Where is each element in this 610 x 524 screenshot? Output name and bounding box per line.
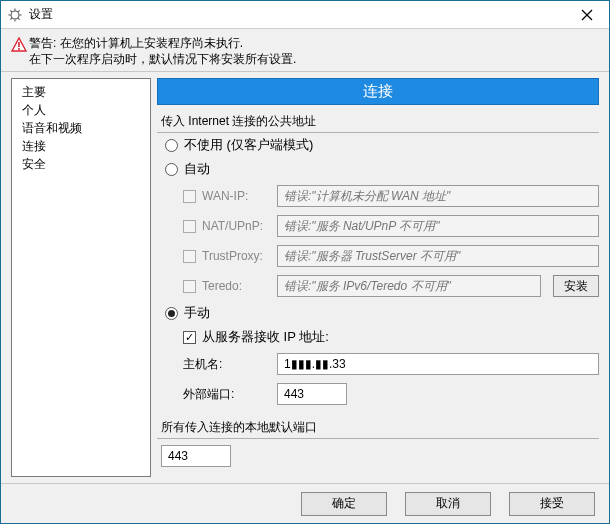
panel-header: 连接 xyxy=(157,78,599,105)
trustproxy-field xyxy=(277,245,599,267)
trustproxy-label: TrustProxy: xyxy=(202,249,263,263)
sidebar-item-security[interactable]: 安全 xyxy=(12,155,150,173)
radio-icon xyxy=(165,163,178,176)
dialog-footer: 确定 取消 接受 xyxy=(1,483,609,523)
warning-line1: 警告: 在您的计算机上安装程序尚未执行. xyxy=(29,36,243,50)
accept-button[interactable]: 接受 xyxy=(509,492,595,516)
radio-icon xyxy=(165,139,178,152)
sidebar-item-connection[interactable]: 连接 xyxy=(12,137,150,155)
sidebar-item-main[interactable]: 主要 xyxy=(12,83,150,101)
teredo-install-button[interactable]: 安装 xyxy=(553,275,599,297)
settings-sidebar: 主要 个人 语音和视频 连接 安全 xyxy=(11,78,151,477)
cancel-button[interactable]: 取消 xyxy=(405,492,491,516)
wan-ip-label: WAN-IP: xyxy=(202,189,248,203)
auto-options: WAN-IP: NAT/UPnP: Tr xyxy=(157,181,599,301)
wan-ip-field xyxy=(277,185,599,207)
svg-line-7 xyxy=(10,18,12,20)
window-close-button[interactable] xyxy=(565,1,609,29)
radio-icon xyxy=(165,307,178,320)
settings-window: 设置 警告: 在您的计算机上安装程序尚未执行. 在下一次程序启动时，默认情况下将… xyxy=(0,0,610,524)
ext-port-input[interactable] xyxy=(277,383,347,405)
wan-ip-checkbox xyxy=(183,190,196,203)
incoming-legend: 传入 Internet 连接的公共地址 xyxy=(161,113,599,130)
svg-point-13 xyxy=(18,48,20,50)
ok-button[interactable]: 确定 xyxy=(301,492,387,516)
install-warning: 警告: 在您的计算机上安装程序尚未执行. 在下一次程序启动时，默认情况下将安装所… xyxy=(1,29,609,69)
radio-not-used[interactable]: 不使用 (仅客户端模式) xyxy=(157,133,599,157)
close-icon xyxy=(581,9,593,21)
svg-line-8 xyxy=(18,10,20,12)
nat-upnp-label: NAT/UPnP: xyxy=(202,219,263,233)
nat-upnp-field xyxy=(277,215,599,237)
sidebar-item-voice-video[interactable]: 语音和视频 xyxy=(12,119,150,137)
from-server-checkbox[interactable] xyxy=(183,331,196,344)
local-port-legend: 所有传入连接的本地默认端口 xyxy=(161,419,599,436)
host-label: 主机名: xyxy=(183,356,269,373)
teredo-field xyxy=(277,275,541,297)
warning-icon xyxy=(11,35,29,56)
svg-line-5 xyxy=(10,10,12,12)
teredo-checkbox xyxy=(183,280,196,293)
radio-auto[interactable]: 自动 xyxy=(157,157,599,181)
from-server-label: 从服务器接收 IP 地址: xyxy=(202,328,329,346)
window-title: 设置 xyxy=(29,6,565,23)
teredo-label: Teredo: xyxy=(202,279,242,293)
manual-options: 从服务器接收 IP 地址: 主机名: 外部端口: xyxy=(157,325,599,409)
trustproxy-checkbox xyxy=(183,250,196,263)
local-default-port-group: 所有传入连接的本地默认端口 xyxy=(157,419,599,467)
incoming-public-address-group: 传入 Internet 连接的公共地址 不使用 (仅客户端模式) 自动 xyxy=(157,113,599,409)
app-icon xyxy=(7,7,23,23)
settings-panel: 连接 传入 Internet 连接的公共地址 不使用 (仅客户端模式) 自动 xyxy=(157,78,599,477)
radio-manual[interactable]: 手动 xyxy=(157,301,599,325)
titlebar: 设置 xyxy=(1,1,609,29)
sidebar-item-personal[interactable]: 个人 xyxy=(12,101,150,119)
radio-auto-label: 自动 xyxy=(184,160,210,178)
nat-upnp-checkbox xyxy=(183,220,196,233)
svg-point-0 xyxy=(11,11,19,19)
ext-port-label: 外部端口: xyxy=(183,386,269,403)
host-input[interactable] xyxy=(277,353,599,375)
svg-line-6 xyxy=(18,18,20,20)
warning-line2: 在下一次程序启动时，默认情况下将安装所有设置. xyxy=(29,52,296,66)
radio-manual-label: 手动 xyxy=(184,304,210,322)
radio-not-used-label: 不使用 (仅客户端模式) xyxy=(184,136,313,154)
local-port-input[interactable] xyxy=(161,445,231,467)
